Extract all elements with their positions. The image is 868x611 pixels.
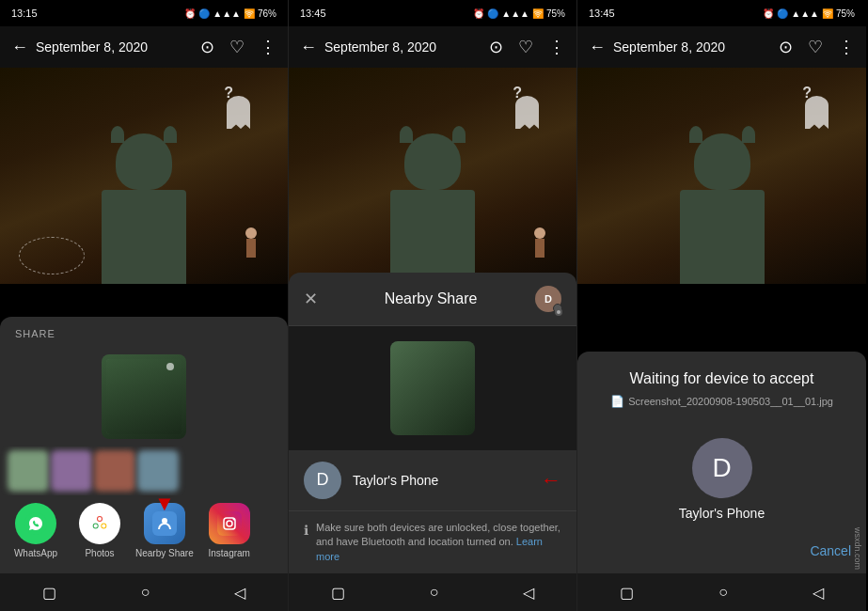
bluetooth-icon-2: 🔵 [487, 8, 498, 19]
nav-back-2[interactable]: ◁ [523, 584, 534, 602]
waiting-overlay-3: Waiting for device to accept 📄 Screensho… [577, 352, 866, 573]
status-bar-1: 13:15 ⏰ 🔵 ▲▲▲ 🛜 76% [0, 0, 288, 26]
nav-home-2[interactable]: ○ [430, 584, 439, 601]
nav-home-3[interactable]: ○ [718, 584, 728, 601]
hood-head-2 [404, 133, 461, 190]
phone-2: 13:45 ⏰ 🔵 ▲▲▲ 🛜 75% ← September 8, 2020 … [289, 0, 577, 611]
screenshot-icon-1[interactable]: ⊙ [200, 37, 214, 57]
hood-ears-1 [111, 126, 177, 143]
info-text-2: Make sure both devices are unlocked, clo… [316, 521, 561, 564]
info-icon-2: ℹ [304, 523, 308, 538]
nav-bar-3: ▢ ○ ◁ [577, 573, 866, 611]
back-button-1[interactable]: ← [11, 38, 28, 57]
photo-scene-3: ? [577, 68, 866, 284]
doll-head-2 [534, 227, 545, 239]
nearby-device-row-2[interactable]: D Taylor's Phone ← [289, 450, 576, 511]
watermark: wsxdn.com [853, 527, 862, 570]
back-button-2[interactable]: ← [300, 38, 317, 57]
menu-icon-2[interactable]: ⋮ [548, 37, 565, 57]
photos-icon-1[interactable] [79, 503, 120, 544]
nearby-share-header-2: ✕ Nearby Share D [289, 273, 576, 326]
share-label-1: SHARE [0, 324, 288, 347]
nav-home-1[interactable]: ○ [141, 584, 150, 601]
screenshot-icon-2[interactable]: ⊙ [489, 37, 503, 57]
svg-point-6 [102, 525, 105, 528]
photo-area-2: ? [289, 68, 576, 284]
avatar-settings-icon-2[interactable] [553, 304, 562, 313]
nav-back-1[interactable]: ◁ [234, 584, 245, 602]
alarm-icon-1: ⏰ [184, 8, 196, 19]
date-1: September 8, 2020 [36, 39, 148, 55]
heart-icon-2[interactable]: ♡ [518, 37, 533, 57]
date-2: September 8, 2020 [324, 39, 436, 55]
status-time-3: 13:45 [589, 8, 615, 19]
waiting-device-name-3: Taylor's Phone [679, 506, 765, 521]
nav-square-3[interactable]: ▢ [620, 584, 634, 602]
back-button-3[interactable]: ← [589, 38, 606, 57]
device-initial-2: D [317, 470, 329, 490]
whatsapp-item-1[interactable]: WhatsApp [8, 503, 64, 558]
wifi-icon-2: 🛜 [532, 8, 544, 19]
question-mark-2: ? [513, 85, 522, 102]
heart-icon-1[interactable]: ♡ [229, 37, 245, 57]
signal-icon-2: ▲▲▲ [501, 8, 529, 19]
doll-body-1 [246, 239, 256, 258]
wifi-icon-1: 🛜 [244, 8, 255, 19]
top-bar-2: ← September 8, 2020 ⊙ ♡ ⋮ [289, 26, 576, 68]
battery-2: 75% [546, 8, 565, 19]
instagram-item-1[interactable]: Instagram [201, 503, 258, 558]
hood-body-2 [390, 190, 475, 284]
photos-item-1[interactable]: Photos [71, 503, 128, 558]
hood-ear-left-3 [689, 126, 702, 143]
hooded-person-3 [675, 133, 769, 284]
share-thumb-inner-1 [102, 354, 186, 439]
hood-head-3 [694, 133, 750, 190]
hood-ear-right-3 [742, 126, 755, 143]
heart-icon-3[interactable]: ♡ [808, 37, 823, 57]
nearby-info-row-2: ℹ Make sure both devices are unlocked, c… [289, 511, 576, 573]
nearby-share-item-1[interactable]: ▼ Nearby Share [135, 503, 194, 558]
instagram-icon-1[interactable] [209, 503, 250, 544]
nav-square-1[interactable]: ▢ [42, 584, 56, 602]
status-time-2: 13:45 [300, 8, 326, 19]
top-bar-icons-1: ⊙ ♡ ⋮ [200, 37, 276, 57]
bluetooth-icon-1: 🔵 [198, 8, 210, 19]
phone-3: 13:45 ⏰ 🔵 ▲▲▲ 🛜 75% ← September 8, 2020 … [577, 0, 866, 611]
share-thumb-item-1 [8, 450, 49, 492]
top-bar-icons-3: ⊙ ♡ ⋮ [779, 37, 855, 57]
share-thumb-item-3 [94, 450, 135, 492]
alarm-icon-3: ⏰ [763, 8, 774, 19]
photo-area-3: ? [577, 68, 866, 284]
menu-icon-3[interactable]: ⋮ [838, 37, 855, 57]
nav-back-3[interactable]: ◁ [813, 584, 824, 602]
nearby-thumb-2 [390, 341, 475, 435]
nearby-share-overlay-2: ✕ Nearby Share D D Taylor's Phone ← ℹ [289, 273, 576, 573]
doll-1 [243, 227, 260, 265]
whatsapp-icon-1[interactable] [15, 503, 56, 544]
menu-icon-1[interactable]: ⋮ [260, 37, 276, 57]
nearby-close-button-2[interactable]: ✕ [304, 289, 326, 309]
red-arrow-1: ▼ [154, 492, 175, 516]
screenshot-icon-3[interactable]: ⊙ [779, 37, 793, 57]
photo-area-1: ? [0, 68, 288, 284]
app-icons-row-1: WhatsApp Photos ▼ Nearby Share [0, 495, 288, 566]
waiting-device-avatar-3: D [692, 438, 752, 498]
hood-body-1 [102, 190, 186, 284]
question-mark-1: ? [224, 85, 233, 102]
nearby-avatar-top-2: D [535, 286, 561, 312]
hood-ear-left-2 [400, 126, 413, 143]
nav-square-2[interactable]: ▢ [331, 584, 345, 602]
status-right-2: ⏰ 🔵 ▲▲▲ 🛜 75% [473, 8, 565, 19]
waiting-device-area-3: D Taylor's Phone [577, 423, 866, 536]
nearby-share-label-1: Nearby Share [135, 548, 194, 558]
hood-head-1 [116, 133, 172, 190]
ghost-tail-2 [515, 115, 539, 129]
photo-scene-1: ? [0, 68, 288, 284]
hood-ears-3 [689, 126, 755, 143]
battery-1: 76% [258, 8, 276, 19]
status-right-3: ⏰ 🔵 ▲▲▲ 🛜 75% [763, 8, 855, 19]
signal-icon-3: ▲▲▲ [791, 8, 819, 19]
svg-point-15 [557, 310, 560, 314]
waiting-filename-3: 📄 Screenshot_20200908-190503__01__01.jpg [577, 395, 866, 423]
cancel-button-3[interactable]: Cancel [810, 543, 851, 558]
